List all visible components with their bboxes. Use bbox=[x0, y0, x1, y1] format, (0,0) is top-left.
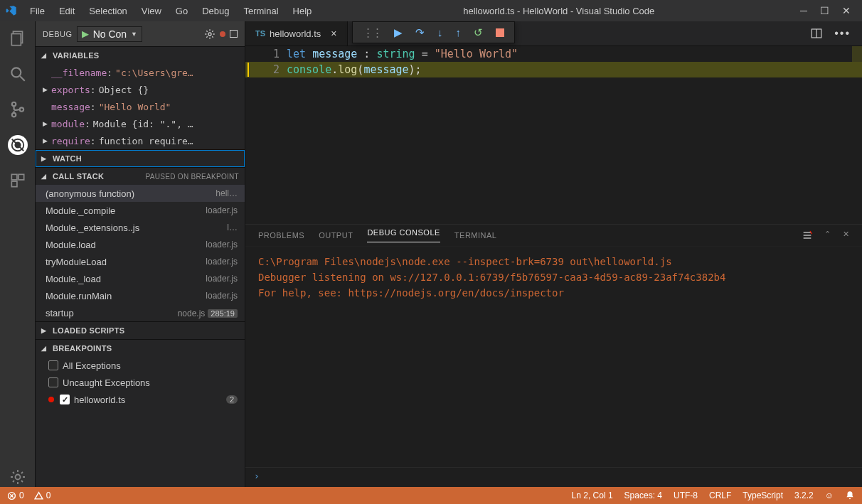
expand-icon: ▶ bbox=[41, 327, 48, 334]
variables-section: ◢ VARIABLES __filename:"c:\Users\gre… ▶e… bbox=[36, 46, 245, 149]
variable-row[interactable]: __filename:"c:\Users\gre… bbox=[36, 64, 245, 81]
variable-row[interactable]: ▶module:Module {id: ".", … bbox=[36, 115, 245, 132]
code-editor[interactable]: 1 let message : string = "Hello World" 2… bbox=[245, 46, 862, 224]
status-cursor[interactable]: Ln 2, Col 1 bbox=[572, 490, 613, 500]
expand-icon: ▶ bbox=[41, 155, 48, 162]
tab-terminal[interactable]: TERMINAL bbox=[454, 231, 497, 240]
status-indent[interactable]: Spaces: 4 bbox=[624, 490, 662, 500]
debug-icon[interactable] bbox=[8, 135, 28, 155]
more-actions-icon[interactable]: ••• bbox=[834, 27, 851, 40]
debug-toolbar[interactable]: ⋮⋮ ▶ ↷ ↓ ↑ ↺ bbox=[352, 21, 515, 43]
debug-config-gear-icon[interactable] bbox=[204, 28, 216, 40]
svg-point-6 bbox=[19, 107, 23, 111]
menu-selection[interactable]: Selection bbox=[83, 3, 132, 19]
menu-edit[interactable]: Edit bbox=[53, 3, 80, 19]
step-out-icon[interactable]: ↑ bbox=[456, 26, 462, 38]
variable-row[interactable]: ▶exports:Object {} bbox=[36, 81, 245, 98]
step-into-icon[interactable]: ↓ bbox=[437, 26, 443, 38]
debug-console-toggle-icon[interactable] bbox=[230, 30, 238, 38]
menubar: File Edit Selection View Go Debug Termin… bbox=[24, 3, 317, 19]
stop-icon[interactable] bbox=[496, 28, 504, 37]
typescript-file-icon: TS bbox=[255, 29, 265, 38]
maximize-icon[interactable]: ☐ bbox=[820, 5, 829, 16]
callstack-item[interactable]: startupnode.js285:19 bbox=[36, 304, 245, 321]
variables-title: VARIABLES bbox=[53, 51, 99, 60]
window-title: helloworld.ts - HelloWorld - Visual Stud… bbox=[317, 6, 800, 16]
chevron-down-icon[interactable]: ▼ bbox=[131, 31, 137, 38]
loadedscripts-header[interactable]: ▶ LOADED SCRIPTS bbox=[36, 322, 245, 339]
breakpoint-item[interactable]: ✓helloworld.ts 2 bbox=[36, 391, 245, 408]
breakpoints-title: BREAKPOINTS bbox=[53, 344, 112, 353]
watch-section: ▶ WATCH bbox=[36, 149, 245, 167]
debug-config-selector[interactable]: ▶ No Con ▼ bbox=[77, 26, 142, 42]
collapse-panel-icon[interactable]: ⌃ bbox=[824, 230, 831, 241]
menu-file[interactable]: File bbox=[24, 3, 50, 19]
source-control-icon[interactable] bbox=[8, 100, 28, 119]
vscode-logo-icon bbox=[6, 5, 17, 16]
line-number: 2 bbox=[258, 63, 287, 76]
breakpoints-header[interactable]: ◢ BREAKPOINTS bbox=[36, 340, 245, 357]
callstack-title: CALL STACK bbox=[53, 172, 104, 181]
loadedscripts-title: LOADED SCRIPTS bbox=[53, 326, 124, 335]
callstack-item[interactable]: tryModuleLoadloader.js bbox=[36, 253, 245, 270]
play-icon[interactable]: ▶ bbox=[82, 28, 89, 39]
variable-row[interactable]: ▶require:function require… bbox=[36, 132, 245, 149]
menu-go[interactable]: Go bbox=[170, 3, 193, 19]
watch-title: WATCH bbox=[53, 154, 82, 163]
explorer-icon[interactable] bbox=[8, 28, 28, 48]
status-errors[interactable]: 0 bbox=[7, 490, 24, 500]
extensions-icon[interactable] bbox=[8, 171, 28, 191]
callstack-item[interactable]: Module._compileloader.js bbox=[36, 202, 245, 219]
split-editor-icon[interactable] bbox=[810, 27, 823, 40]
callstack-item[interactable]: Module._extensions..jsl… bbox=[36, 219, 245, 236]
debug-console-output[interactable]: C:\Program Files\nodejs\node.exe --inspe… bbox=[245, 247, 862, 467]
status-ts-version[interactable]: 3.2.2 bbox=[794, 490, 814, 500]
search-icon[interactable] bbox=[8, 64, 28, 84]
clear-console-icon[interactable] bbox=[802, 230, 813, 241]
breakpoint-item[interactable]: All Exceptions bbox=[36, 357, 245, 374]
callstack-item[interactable]: Module.loadloader.js bbox=[36, 236, 245, 253]
menu-view[interactable]: View bbox=[136, 3, 167, 19]
callstack-item[interactable]: (anonymous function)hell… bbox=[36, 185, 245, 202]
step-over-icon[interactable]: ↷ bbox=[415, 26, 425, 39]
debug-label: DEBUG bbox=[43, 30, 73, 38]
minimap[interactable] bbox=[852, 46, 862, 62]
continue-icon[interactable]: ▶ bbox=[394, 26, 403, 39]
variable-row[interactable]: message:"Hello World" bbox=[36, 98, 245, 115]
notifications-bell-icon[interactable] bbox=[845, 490, 855, 500]
menu-debug[interactable]: Debug bbox=[196, 3, 235, 19]
debug-console-input[interactable]: › bbox=[245, 467, 862, 487]
debug-config-name: No Con bbox=[93, 28, 127, 40]
minimize-icon[interactable]: ─ bbox=[800, 5, 807, 16]
variables-header[interactable]: ◢ VARIABLES bbox=[36, 47, 245, 64]
watch-header[interactable]: ▶ WATCH bbox=[36, 150, 245, 167]
debug-sidebar: DEBUG ▶ No Con ▼ ◢ VARIABLES __filename:… bbox=[36, 21, 245, 487]
settings-gear-icon[interactable] bbox=[8, 467, 28, 487]
close-panel-icon[interactable]: ✕ bbox=[843, 230, 850, 241]
collapse-icon: ◢ bbox=[41, 52, 48, 59]
callstack-item[interactable]: Module.runMainloader.js bbox=[36, 287, 245, 304]
checkbox-icon[interactable] bbox=[48, 377, 58, 387]
checkbox-checked-icon[interactable]: ✓ bbox=[60, 395, 70, 404]
callstack-item[interactable]: Module._loadloader.js bbox=[36, 270, 245, 287]
drag-grip-icon[interactable]: ⋮⋮ bbox=[363, 26, 381, 39]
checkbox-icon[interactable] bbox=[48, 360, 58, 370]
restart-icon[interactable]: ↺ bbox=[474, 26, 483, 39]
status-warnings[interactable]: 0 bbox=[34, 490, 51, 500]
status-eol[interactable]: CRLF bbox=[709, 490, 731, 500]
status-language[interactable]: TypeScript bbox=[743, 490, 783, 500]
statusbar: 0 0 Ln 2, Col 1 Spaces: 4 UTF-8 CRLF Typ… bbox=[0, 487, 862, 504]
close-icon[interactable]: ✕ bbox=[842, 5, 851, 16]
menu-terminal[interactable]: Terminal bbox=[238, 3, 284, 19]
tab-debug-console[interactable]: DEBUG CONSOLE bbox=[367, 228, 440, 242]
tab-close-icon[interactable]: × bbox=[331, 28, 336, 39]
callstack-header[interactable]: ◢ CALL STACK PAUSED ON BREAKPOINT bbox=[36, 168, 245, 185]
tab-problems[interactable]: PROBLEMS bbox=[258, 231, 304, 240]
menu-help[interactable]: Help bbox=[287, 3, 318, 19]
feedback-smiley-icon[interactable]: ☺ bbox=[825, 490, 834, 500]
breakpoint-item[interactable]: Uncaught Exceptions bbox=[36, 374, 245, 391]
tab-output[interactable]: OUTPUT bbox=[319, 231, 353, 240]
panel-tabs: PROBLEMS OUTPUT DEBUG CONSOLE TERMINAL ⌃… bbox=[245, 225, 862, 247]
status-encoding[interactable]: UTF-8 bbox=[674, 490, 698, 500]
editor-tab[interactable]: TS helloworld.ts × bbox=[245, 21, 348, 45]
